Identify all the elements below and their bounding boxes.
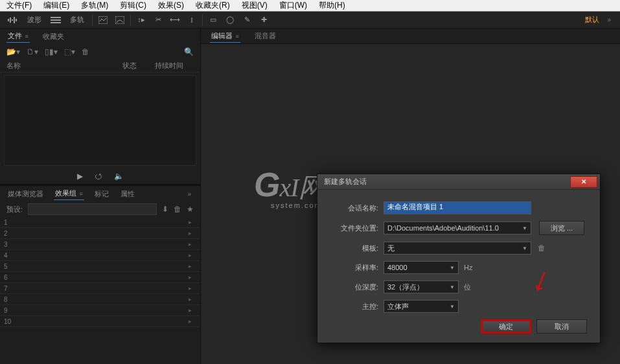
menu-multitrack[interactable]: 多轨(M) <box>76 0 113 12</box>
fx-slot[interactable]: 2▸ <box>0 228 200 239</box>
left-panel: 文件 ≡ 收藏夹 📂▾ 🗋▾ ▯▮▾ ⬚▾ 🗑 🔍 名称 状态 持续时间 ▶ ⭯… <box>0 28 201 364</box>
tool-marquee-icon[interactable]: ▭ <box>207 14 220 26</box>
fx-slot-arrow-icon[interactable]: ▸ <box>189 274 196 280</box>
chevron-down-icon: ▼ <box>450 304 455 310</box>
fx-slot-list: 1▸ 2▸ 3▸ 4▸ 5▸ 6▸ 7▸ 8▸ 9▸ 10▸ <box>0 217 200 364</box>
fx-slot-arrow-icon[interactable]: ▸ <box>189 252 196 258</box>
tab-editor[interactable]: 编辑器 ≡ <box>210 30 240 43</box>
multitrack-view-icon[interactable] <box>49 14 62 26</box>
workspace-chevrons-icon[interactable]: » <box>604 16 614 23</box>
svg-rect-0 <box>8 19 9 21</box>
open-file-icon[interactable]: 📂▾ <box>6 47 20 56</box>
tab-fx-label: 效果组 <box>55 189 76 197</box>
search-icon[interactable]: 🔍 <box>184 47 194 56</box>
preset-row: 预设: ⬇ 🗑 ★ <box>0 201 200 217</box>
dialog-titlebar[interactable]: 新建多轨会话 ✕ <box>317 174 600 190</box>
file-list-empty <box>4 75 196 166</box>
tab-files[interactable]: 文件 ≡ <box>6 30 30 43</box>
template-label: 模板: <box>330 244 378 253</box>
tab-media-browser[interactable]: 媒体测览器 <box>6 188 45 200</box>
tool-pitch-icon[interactable] <box>113 14 126 26</box>
fx-slot[interactable]: 7▸ <box>0 283 200 294</box>
folder-select[interactable]: D:\Documents\Adobe\Audition\11.0 ▼ <box>384 222 531 234</box>
preset-select[interactable] <box>28 203 157 215</box>
fx-slot-arrow-icon[interactable]: ▸ <box>189 307 196 313</box>
fx-slot[interactable]: 10▸ <box>0 316 200 327</box>
menu-favorites[interactable]: 收藏夹(R) <box>190 0 235 12</box>
col-name[interactable]: 名称 <box>6 61 122 71</box>
waveform-label[interactable]: 波形 <box>23 14 45 26</box>
preset-trash-icon[interactable]: 🗑 <box>174 205 181 214</box>
menu-window[interactable]: 窗口(W) <box>274 0 312 12</box>
tab-menu-icon-2[interactable]: ≡ <box>78 190 83 197</box>
session-name-input[interactable]: 未命名混音项目 1 <box>384 201 531 214</box>
fx-slot-arrow-icon[interactable]: ▸ <box>189 230 196 236</box>
loop-icon[interactable]: ⭯ <box>95 172 102 181</box>
fx-slot[interactable]: 6▸ <box>0 272 200 283</box>
play-icon[interactable]: ▶ <box>77 172 83 181</box>
tool-lasso-icon[interactable]: ◯ <box>224 14 236 26</box>
master-value: 立体声 <box>387 302 409 312</box>
fx-slot-arrow-icon[interactable]: ▸ <box>189 296 196 302</box>
col-duration[interactable]: 持续时间 <box>155 61 194 71</box>
close-button[interactable]: ✕ <box>570 176 597 188</box>
workspace-default[interactable]: 默认 <box>580 14 604 26</box>
fx-slot-arrow-icon[interactable]: ▸ <box>189 318 196 324</box>
tool-brush-icon[interactable]: ✎ <box>240 14 253 26</box>
menu-view[interactable]: 视图(V) <box>236 0 273 12</box>
tool-slip-icon[interactable]: ⟷ <box>168 14 181 26</box>
waveform-view-icon[interactable] <box>6 14 19 26</box>
insert-icon[interactable]: ⬚▾ <box>64 47 75 56</box>
fx-slot[interactable]: 3▸ <box>0 239 200 250</box>
fx-slot[interactable]: 1▸ <box>0 217 200 228</box>
svg-rect-6 <box>51 19 61 21</box>
menu-file[interactable]: 文件(F) <box>1 0 37 12</box>
new-file-icon[interactable]: 🗋▾ <box>27 47 38 56</box>
sample-rate-label: 采样率: <box>330 263 378 273</box>
menu-effects[interactable]: 效果(S) <box>153 0 189 12</box>
fx-slot[interactable]: 5▸ <box>0 261 200 272</box>
trash-icon[interactable]: 🗑 <box>82 47 89 56</box>
tabs-overflow-icon[interactable]: » <box>185 190 194 198</box>
sample-rate-select[interactable]: 48000 ▼ <box>384 261 459 274</box>
fx-slot[interactable]: 4▸ <box>0 250 200 261</box>
col-status[interactable]: 状态 <box>122 61 155 71</box>
tool-move-icon[interactable]: ↕▸ <box>135 14 148 26</box>
preview-transport: ▶ ⭯ 🔈 <box>0 168 200 184</box>
fx-slot[interactable]: 8▸ <box>0 294 200 305</box>
fx-slot-arrow-icon[interactable]: ▸ <box>189 263 196 269</box>
bit-depth-select[interactable]: 32（浮点） ▼ <box>384 280 459 293</box>
tab-menu-icon-3[interactable]: ≡ <box>234 33 239 40</box>
ok-button[interactable]: 确定 <box>481 319 531 334</box>
record-icon[interactable]: ▯▮▾ <box>45 47 58 56</box>
tab-mixer[interactable]: 混音器 <box>253 30 277 42</box>
editor-panel-tabs: 编辑器 ≡ 混音器 <box>201 28 620 44</box>
tab-markers[interactable]: 标记 <box>93 188 110 200</box>
multitrack-label[interactable]: 多轨 <box>66 14 88 26</box>
menu-clip[interactable]: 剪辑(C) <box>115 0 152 12</box>
tab-properties[interactable]: 属性 <box>119 188 136 200</box>
cancel-button[interactable]: 取消 <box>536 319 587 334</box>
fx-slot-arrow-icon[interactable]: ▸ <box>189 241 196 247</box>
tab-fx-group[interactable]: 效果组 ≡ <box>54 187 84 200</box>
preset-import-icon[interactable]: ⬇ <box>162 205 168 214</box>
master-label: 主控: <box>330 302 378 312</box>
browse-button[interactable]: 浏览 ... <box>539 221 584 235</box>
autoplay-icon[interactable]: 🔈 <box>114 172 124 181</box>
tab-favorites[interactable]: 收藏夹 <box>41 30 65 43</box>
master-select[interactable]: 立体声 ▼ <box>384 300 459 313</box>
fx-slot[interactable]: 9▸ <box>0 305 200 316</box>
fx-slot-arrow-icon[interactable]: ▸ <box>189 285 196 291</box>
tool-spectral-icon[interactable] <box>97 14 109 26</box>
tool-razor-icon[interactable]: ✂ <box>152 14 165 26</box>
menu-help[interactable]: 帮助(H) <box>314 0 350 12</box>
svg-rect-3 <box>14 17 15 23</box>
preset-star-icon[interactable]: ★ <box>187 205 194 214</box>
fx-slot-arrow-icon[interactable]: ▸ <box>189 219 196 225</box>
tool-time-icon[interactable]: I <box>185 14 198 26</box>
tool-heal-icon[interactable]: ✚ <box>257 14 270 26</box>
template-trash-icon[interactable]: 🗑 <box>538 244 545 253</box>
tab-menu-icon[interactable]: ≡ <box>23 33 29 40</box>
menu-edit[interactable]: 编辑(E) <box>38 0 75 12</box>
template-select[interactable]: 无 ▼ <box>384 242 531 255</box>
